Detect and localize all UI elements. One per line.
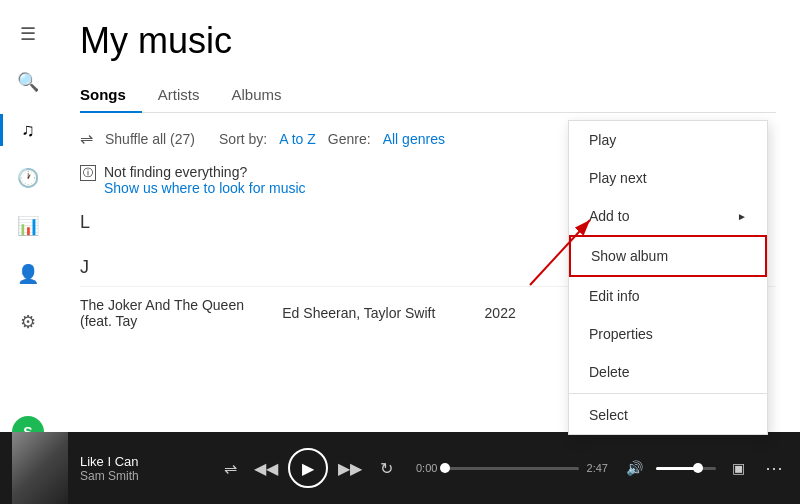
fullscreen-button[interactable]: ▣ — [724, 454, 752, 482]
repeat-button[interactable]: ↻ — [372, 454, 400, 482]
tab-albums[interactable]: Albums — [216, 78, 298, 113]
genre-value[interactable]: All genres — [383, 131, 445, 147]
context-item-delete[interactable]: Delete — [569, 353, 767, 391]
progress-bar[interactable] — [445, 467, 578, 470]
volume-bar[interactable] — [656, 467, 716, 470]
sort-value[interactable]: A to Z — [279, 131, 316, 147]
time-total: 2:47 — [587, 462, 608, 474]
player-song-title: Like I Can — [80, 454, 200, 469]
player-right-controls: 🔊 ▣ ⋯ — [620, 454, 788, 482]
charts-icon: 📊 — [17, 215, 39, 237]
song-year: 2022 — [485, 305, 574, 321]
song-title: The Joker And The Queen (feat. Tay — [80, 297, 258, 329]
context-menu: Play Play next Add to ► Show album Edit … — [568, 120, 768, 435]
context-item-edit-info[interactable]: Edit info — [569, 277, 767, 315]
context-item-play[interactable]: Play — [569, 121, 767, 159]
page-title: My music — [80, 20, 776, 62]
play-button[interactable]: ▶ — [288, 448, 328, 488]
sidebar: ☰ 🔍 ♫ 🕐 📊 👤 ⚙ S — [0, 0, 56, 460]
sidebar-item-hamburger[interactable]: ☰ — [0, 10, 56, 58]
sidebar-item-settings[interactable]: ⚙ — [0, 298, 56, 346]
context-item-play-next[interactable]: Play next — [569, 159, 767, 197]
tab-artists[interactable]: Artists — [142, 78, 216, 113]
song-artist: Ed Sheeran, Taylor Swift — [282, 305, 460, 321]
time-current: 0:00 — [416, 462, 437, 474]
context-item-select[interactable]: Select — [569, 396, 767, 434]
hamburger-icon: ☰ — [20, 23, 36, 45]
player-bar: Like I Can Sam Smith ⇌ ◀◀ ▶ ▶▶ ↻ 0:00 2:… — [0, 432, 800, 504]
volume-fill — [656, 467, 698, 470]
context-separator — [569, 393, 767, 394]
tabs-bar: Songs Artists Albums — [80, 78, 776, 113]
sidebar-item-charts[interactable]: 📊 — [0, 202, 56, 250]
tab-songs[interactable]: Songs — [80, 78, 142, 113]
progress-dot — [440, 463, 450, 473]
search-icon: 🔍 — [17, 71, 39, 93]
sort-label: Sort by: — [219, 131, 267, 147]
player-thumbnail — [12, 432, 68, 504]
sidebar-item-recent[interactable]: 🕐 — [0, 154, 56, 202]
player-info: Like I Can Sam Smith — [80, 454, 200, 483]
player-controls: ⇌ ◀◀ ▶ ▶▶ ↻ — [212, 448, 404, 488]
music-icon: ♫ — [21, 120, 35, 141]
context-item-show-album[interactable]: Show album — [569, 235, 767, 277]
album-art — [12, 432, 68, 504]
sidebar-item-music[interactable]: ♫ — [0, 106, 56, 154]
player-progress: 0:00 2:47 — [416, 462, 608, 474]
player-artist: Sam Smith — [80, 469, 200, 483]
sidebar-item-user[interactable]: 👤 — [0, 250, 56, 298]
previous-button[interactable]: ◀◀ — [252, 454, 280, 482]
notice-icon: ⓘ — [80, 165, 96, 181]
more-button[interactable]: ⋯ — [760, 454, 788, 482]
next-button[interactable]: ▶▶ — [336, 454, 364, 482]
genre-label: Genre: — [328, 131, 371, 147]
volume-icon[interactable]: 🔊 — [620, 454, 648, 482]
recent-icon: 🕐 — [17, 167, 39, 189]
user-icon: 👤 — [17, 263, 39, 285]
sidebar-item-search[interactable]: 🔍 — [0, 58, 56, 106]
context-item-add-to[interactable]: Add to ► — [569, 197, 767, 235]
settings-icon: ⚙ — [20, 311, 36, 333]
volume-dot — [693, 463, 703, 473]
submenu-arrow-icon: ► — [737, 211, 747, 222]
shuffle-label: Shuffle all (27) — [105, 131, 195, 147]
shuffle-icon: ⇌ — [80, 129, 93, 148]
shuffle-button[interactable]: ⇌ — [216, 454, 244, 482]
context-item-properties[interactable]: Properties — [569, 315, 767, 353]
notice-link[interactable]: Show us where to look for music — [104, 180, 306, 196]
notice-text: Not finding everything? — [104, 164, 247, 180]
